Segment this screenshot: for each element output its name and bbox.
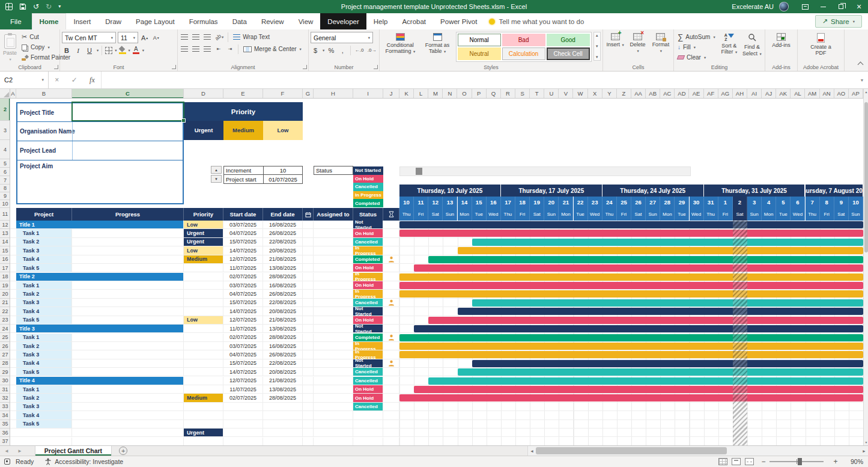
zoom-in-button[interactable]: + (832, 457, 839, 466)
align-middle-button[interactable] (191, 32, 201, 42)
row-header-21[interactable]: 21 (0, 299, 10, 307)
organisation-name-row[interactable]: Organisation Name (17, 122, 183, 141)
progress-cell-29[interactable] (72, 368, 184, 376)
new-sheet-button[interactable]: + (119, 447, 127, 455)
align-right-button[interactable] (202, 44, 212, 54)
row-header-20[interactable]: 20 (0, 290, 10, 298)
priority-cell-16[interactable]: Medium (184, 255, 223, 263)
assigned-cell-25[interactable] (314, 334, 353, 341)
fill-color-button[interactable] (119, 47, 126, 54)
priority-cell-34[interactable] (184, 411, 223, 419)
macro-record-icon[interactable] (4, 459, 10, 465)
priority-cell-36[interactable]: Urgent (184, 429, 223, 436)
status-cell-23[interactable]: On Hold (353, 316, 383, 324)
merge-center-button[interactable]: Merge & Center▾ (241, 44, 303, 54)
assigned-cell-20[interactable] (314, 290, 353, 298)
spinner-up-button[interactable]: ▲ (211, 166, 222, 174)
table-header-start-date[interactable]: Start date (223, 208, 263, 221)
gap-cell-35[interactable] (303, 420, 314, 428)
comma-style-button[interactable]: , (338, 45, 347, 55)
task-name-cell-19[interactable]: Task 1 (16, 281, 72, 289)
end-date-cell-17[interactable]: 13/08/2025 (263, 264, 303, 272)
start-date-cell-35[interactable] (223, 420, 263, 428)
progress-cell-26[interactable] (72, 342, 184, 350)
gap-cell-25[interactable] (303, 334, 314, 341)
end-date-cell-22[interactable]: 20/08/2025 (263, 307, 303, 315)
start-date-cell-20[interactable]: 04/07/2025 (223, 290, 263, 298)
task-name-cell-13[interactable]: Task 1 (16, 229, 72, 237)
gap-cell-21[interactable] (303, 299, 314, 307)
empty-name-cell-37[interactable] (16, 438, 72, 445)
row-header-13[interactable]: 13 (0, 229, 10, 237)
task-name-cell-34[interactable]: Task 4 (16, 411, 72, 419)
progress-cell-33[interactable] (72, 403, 184, 411)
column-header-ai[interactable]: AI (747, 89, 762, 99)
insert-cells-button[interactable]: Insert ▾ (605, 32, 625, 49)
font-dialog-launcher[interactable] (172, 65, 176, 69)
name-box[interactable]: C2 ▾ (0, 72, 49, 88)
status-cell-20[interactable]: In Progress (353, 290, 383, 298)
end-date-cell-15[interactable]: 20/08/2025 (263, 246, 303, 254)
tell-me-box[interactable]: Tell me what you want to do (489, 13, 584, 29)
assigned-cell-34[interactable] (314, 411, 353, 419)
row-header-17[interactable]: 17 (0, 264, 10, 272)
ribbon-tab-home[interactable]: Home (32, 13, 67, 29)
priority-cell-24[interactable] (184, 325, 223, 332)
project-lead-row[interactable]: Project Lead (17, 141, 183, 160)
column-header-q[interactable]: Q (487, 89, 501, 99)
selected-cell-c2[interactable] (71, 102, 184, 121)
table-header-calendar-icon[interactable] (303, 208, 314, 221)
status-cell-30[interactable]: Cancelled (353, 377, 383, 385)
scroll-left-icon[interactable]: ◄ (528, 446, 536, 456)
clear-button[interactable]: Clear▾ (676, 52, 717, 63)
autosum-button[interactable]: ∑AutoSum▾ (676, 32, 717, 42)
start-date-cell-28[interactable]: 15/07/2025 (223, 359, 263, 367)
styles-gallery-scrollbar[interactable]: ▲ ▼ ▼ (593, 32, 601, 61)
end-date-cell-16[interactable]: 21/08/2025 (263, 255, 303, 263)
progress-cell-32[interactable] (72, 394, 184, 401)
task-name-cell-27[interactable]: Task 3 (16, 350, 72, 358)
column-header-h[interactable]: H (314, 89, 353, 99)
status-cell-32[interactable]: On Hold (353, 394, 383, 401)
gap-cell-37[interactable] (303, 438, 314, 445)
column-header-ak[interactable]: AK (776, 89, 791, 99)
empty-name-cell-36[interactable] (16, 429, 72, 436)
status-cell-31[interactable]: On Hold (353, 385, 383, 393)
progress-cell-22[interactable] (72, 307, 184, 315)
row-header-23[interactable]: 23 (0, 316, 10, 325)
borders-button[interactable] (105, 47, 112, 54)
column-header-x[interactable]: X (588, 89, 602, 99)
column-header-z[interactable]: Z (617, 89, 631, 99)
end-date-cell-18[interactable]: 28/08/2025 (263, 273, 303, 281)
row-header-27[interactable]: 27 (0, 350, 10, 359)
column-header-i[interactable]: I (353, 89, 383, 99)
sheet-nav-left-icon[interactable]: ◄ (0, 448, 13, 454)
task-name-cell-15[interactable]: Task 3 (16, 246, 72, 254)
row-header-35[interactable]: 35 (0, 420, 10, 429)
format-as-table-button[interactable]: Format as Table ▾ (421, 32, 454, 56)
start-date-cell-21[interactable]: 15/07/2025 (223, 299, 263, 307)
user-avatar[interactable] (779, 2, 789, 11)
row-header-2[interactable]: 2 (0, 99, 10, 121)
column-header-r[interactable]: R (501, 89, 515, 99)
end-date-cell-20[interactable]: 26/08/2025 (263, 290, 303, 298)
gap-cell-20[interactable] (303, 290, 314, 298)
scroll-up-icon[interactable]: ▲ (864, 90, 868, 94)
gap-cell-32[interactable] (303, 394, 314, 401)
row-header-25[interactable]: 25 (0, 334, 10, 342)
addins-button[interactable]: Add-ins (771, 32, 792, 49)
priority-cell-18[interactable] (184, 273, 223, 281)
progress-cell-31[interactable] (72, 385, 184, 393)
gap-cell-27[interactable] (303, 350, 314, 358)
row-header-4[interactable]: 4 (0, 140, 10, 159)
start-date-cell-24[interactable]: 11/07/2025 (223, 325, 263, 332)
start-date-cell-18[interactable]: 02/07/2025 (223, 273, 263, 281)
column-header-aa[interactable]: AA (631, 89, 646, 99)
status-cell-12[interactable]: Not Started (353, 221, 383, 228)
ribbon-tab-acrobat[interactable]: Acrobat (395, 13, 433, 29)
start-date-cell-22[interactable]: 14/07/2025 (223, 307, 263, 315)
cancel-icon[interactable]: × (55, 76, 59, 84)
excel-app-icon[interactable] (5, 3, 13, 10)
column-header-o[interactable]: O (458, 89, 472, 99)
start-date-cell-36[interactable] (223, 429, 263, 436)
